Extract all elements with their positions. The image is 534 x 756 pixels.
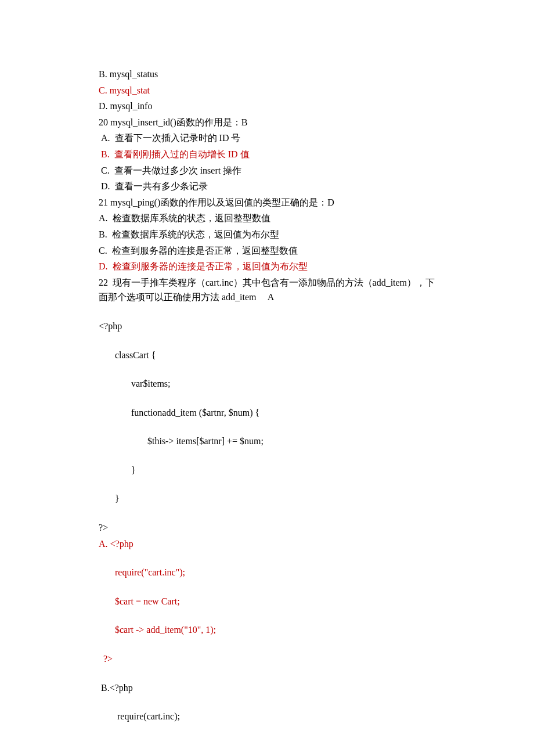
blank-line — [99, 363, 435, 376]
text-line: 21 mysql_ping()函数的作用以及返回值的类型正确的是：D — [99, 195, 435, 210]
text-line: ?> — [99, 520, 435, 535]
text-line: 22 现有一手推车类程序（cart.inc）其中包含有一添加物品的方法（add_… — [99, 275, 435, 305]
text-line: $cart = new Cart; — [99, 594, 435, 609]
text-line: B. mysql_status — [99, 67, 435, 82]
blank-line — [99, 581, 435, 594]
text-line: $cart -> add_item("10", 1); — [99, 622, 435, 638]
text-line: } — [99, 463, 435, 478]
text-line: $this-> items[$artnr] += $num; — [99, 434, 435, 449]
blank-line — [99, 639, 435, 651]
text-line: A. <?php — [99, 537, 435, 552]
blank-line — [99, 610, 435, 622]
text-line: C. mysql_stat — [99, 83, 435, 98]
text-line: classCart { — [99, 348, 435, 363]
text-line: B. 检查数据库系统的状态，返回值为布尔型 — [99, 227, 435, 242]
blank-line — [99, 393, 435, 405]
text-line: require("cart.inc"); — [99, 565, 435, 580]
text-line: B.<?php — [99, 681, 435, 696]
text-line: D. 检查到服务器的连接是否正常，返回值为布尔型 — [99, 259, 435, 274]
blank-line — [99, 421, 435, 434]
text-line: <?php — [99, 319, 435, 334]
blank-line — [99, 507, 435, 520]
text-line: require(cart.inc); — [99, 709, 435, 724]
text-line: var$items; — [99, 376, 435, 391]
text-line: D. 查看一共有多少条记录 — [99, 179, 435, 194]
text-line: C. 查看一共做过多少次 insert 操作 — [99, 163, 435, 178]
text-line: } — [99, 491, 435, 506]
blank-line — [99, 696, 435, 709]
blank-line — [99, 450, 435, 463]
blank-line — [99, 306, 435, 319]
blank-line — [99, 552, 435, 565]
text-line: 20 mysql_insert_id()函数的作用是：B — [99, 115, 435, 130]
blank-line — [99, 478, 435, 491]
blank-line — [99, 335, 435, 348]
text-line: D. mysql_info — [99, 99, 435, 114]
blank-line — [99, 668, 435, 681]
text-line: functionadd_item ($artnr, $num) { — [99, 405, 435, 420]
text-line: ?> — [99, 651, 435, 667]
text-line: C. 检查到服务器的连接是否正常，返回整型数值 — [99, 243, 435, 258]
document-page: B. mysql_statusC. mysql_statD. mysql_inf… — [0, 0, 534, 756]
text-line: A. 检查数据库系统的状态，返回整型数值 — [99, 211, 435, 226]
text-line: B. 查看刚刚插入过的自动增长 ID 值 — [99, 147, 435, 162]
text-line: A. 查看下一次插入记录时的 ID 号 — [99, 131, 435, 146]
